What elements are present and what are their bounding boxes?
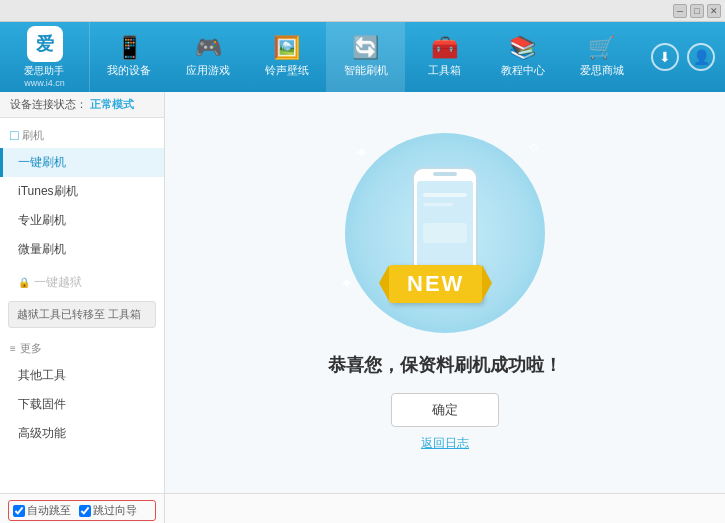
close-btn[interactable]: ✕ (707, 4, 721, 18)
nav-toolbox[interactable]: 🧰 工具箱 (405, 22, 484, 92)
nav-tutorial[interactable]: 📚 教程中心 (484, 22, 563, 92)
bottom-section: 自动跳至 跳过向导 📱 iPhone 12 mini 64GB Down-12m… (0, 493, 725, 523)
svg-rect-4 (423, 193, 467, 197)
nav-smart-flash[interactable]: 🔄 智能刷机 (326, 22, 405, 92)
back-link[interactable]: 返回日志 (421, 435, 469, 452)
skip-wizard-checkbox[interactable]: 跳过向导 (79, 503, 137, 518)
my-device-icon: 📱 (116, 37, 143, 59)
download-btn[interactable]: ⬇ (651, 43, 679, 71)
svg-rect-5 (423, 203, 453, 206)
nav-my-device[interactable]: 📱 我的设备 (90, 22, 169, 92)
sidebar-other-tools[interactable]: 其他工具 (0, 361, 164, 390)
logo-text: 爱思助手 www.i4.cn (24, 64, 65, 88)
sidebar: 设备连接状态： 正常模式 □ 刷机 一键刷机 iTunes刷机 专业刷机 微量刷… (0, 92, 165, 493)
maximize-btn[interactable]: □ (690, 4, 704, 18)
section-flash: □ 刷机 一键刷机 iTunes刷机 专业刷机 微量刷机 (0, 122, 164, 264)
nav-app-game[interactable]: 🎮 应用游戏 (169, 22, 248, 92)
auto-jump-checkbox[interactable]: 自动跳至 (13, 503, 71, 518)
sidebar-advanced[interactable]: 高级功能 (0, 419, 164, 448)
sidebar-pro-flash[interactable]: 专业刷机 (0, 206, 164, 235)
section-jailbreak: 🔒 一键越狱 越狱工具已转移至 工具箱 (0, 268, 164, 332)
header: 爱 爱思助手 www.i4.cn 📱 我的设备 🎮 应用游戏 🖼️ 铃声壁纸 🔄… (0, 22, 725, 92)
section-more-title: ≡ 更多 (0, 336, 164, 361)
status-bar: 设备连接状态： 正常模式 (0, 92, 164, 118)
bottom-right: V7.98.66 客服 微信公众号 检查更新 阻止iTunes运行 (165, 494, 725, 523)
toolbox-icon: 🧰 (431, 37, 458, 59)
section-flash-title: □ 刷机 (0, 122, 164, 148)
lock-icon: 🔒 (18, 277, 30, 288)
sparkle-tr: ✧ (527, 138, 540, 157)
app-game-icon: 🎮 (195, 37, 222, 59)
nav-ringtone[interactable]: 🖼️ 铃声壁纸 (247, 22, 326, 92)
sidebar-download-firmware[interactable]: 下载固件 (0, 390, 164, 419)
logo-icon: 爱 (27, 26, 63, 62)
sparkle-bl: ✦ (340, 274, 353, 293)
tutorial-icon: 📚 (509, 37, 536, 59)
skip-wizard-input[interactable] (79, 505, 91, 517)
nav-right: ⬇ 👤 (641, 43, 725, 71)
nav-shop[interactable]: 🛒 爱思商城 (562, 22, 641, 92)
confirm-button[interactable]: 确定 (391, 393, 499, 427)
minimize-btn[interactable]: ─ (673, 4, 687, 18)
auto-jump-input[interactable] (13, 505, 25, 517)
jailbreak-disabled: 🔒 一键越狱 (0, 268, 164, 297)
shop-icon: 🛒 (588, 37, 615, 59)
bottom-left: 自动跳至 跳过向导 📱 iPhone 12 mini 64GB Down-12m… (0, 494, 165, 523)
nav-items: 📱 我的设备 🎮 应用游戏 🖼️ 铃声壁纸 🔄 智能刷机 🧰 工具箱 📚 教程中… (90, 22, 641, 92)
new-ribbon: NEW (389, 265, 482, 303)
main: 设备连接状态： 正常模式 □ 刷机 一键刷机 iTunes刷机 专业刷机 微量刷… (0, 92, 725, 493)
sidebar-itunes-flash[interactable]: iTunes刷机 (0, 177, 164, 206)
checkbox-group: 自动跳至 跳过向导 (8, 500, 156, 521)
smart-flash-icon: 🔄 (352, 37, 379, 59)
account-btn[interactable]: 👤 (687, 43, 715, 71)
svg-rect-6 (423, 223, 467, 243)
ringtone-icon: 🖼️ (273, 37, 300, 59)
jailbreak-notice: 越狱工具已转移至 工具箱 (8, 301, 156, 328)
content-area: ✦ ✧ ✦ NEW 恭喜您，保资料刷机成功啦！ 确定 返回日志 (165, 92, 725, 493)
svg-rect-2 (433, 172, 457, 176)
sidebar-micro-flash[interactable]: 微量刷机 (0, 235, 164, 264)
sparkle-tl: ✦ (355, 143, 368, 162)
logo[interactable]: 爱 爱思助手 www.i4.cn (0, 22, 90, 92)
phone-illustration: ✦ ✧ ✦ NEW (335, 133, 555, 333)
sidebar-one-click-flash[interactable]: 一键刷机 (0, 148, 164, 177)
success-text: 恭喜您，保资料刷机成功啦！ (328, 353, 562, 377)
section-more: ≡ 更多 其他工具 下载固件 高级功能 (0, 336, 164, 448)
title-bar: ─ □ ✕ (0, 0, 725, 22)
